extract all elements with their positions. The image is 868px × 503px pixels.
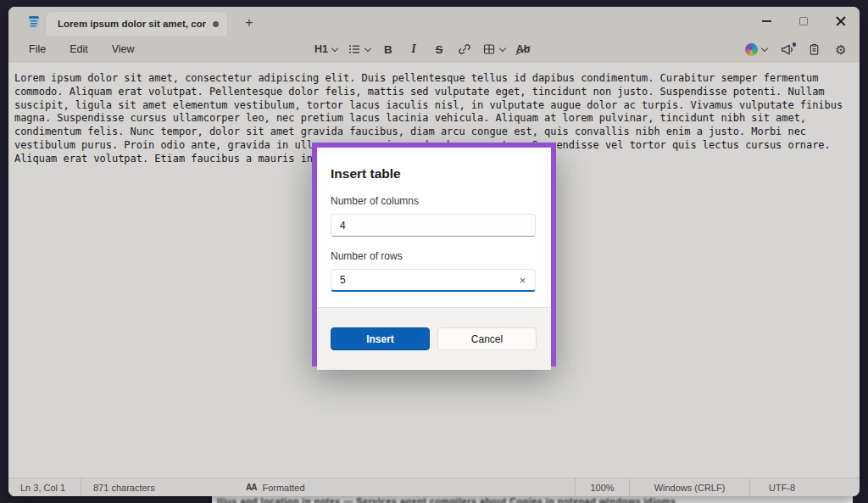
clear-input-button[interactable]: ×: [515, 273, 530, 288]
columns-label: Number of columns: [331, 195, 537, 207]
columns-input[interactable]: [331, 214, 536, 237]
insert-table-dialog: Insert table Number of columns Number of…: [312, 143, 556, 366]
dialog-title: Insert table: [331, 166, 537, 182]
background-page-text: llius and location in notes — Services a…: [217, 496, 844, 503]
dialog-footer: Insert Cancel: [317, 307, 551, 370]
rows-input-wrap: ×: [331, 269, 536, 292]
insert-button[interactable]: Insert: [331, 327, 430, 350]
clear-x-icon: ×: [520, 274, 526, 287]
rows-input[interactable]: [331, 269, 536, 292]
background-page-sliver: llius and location in notes — Services a…: [212, 495, 853, 503]
screenshot-frame: llius and location in notes — Services a…: [0, 0, 868, 503]
rows-label: Number of rows: [331, 250, 537, 262]
dialog-body: Insert table Number of columns Number of…: [317, 148, 551, 292]
cancel-button[interactable]: Cancel: [437, 327, 537, 350]
